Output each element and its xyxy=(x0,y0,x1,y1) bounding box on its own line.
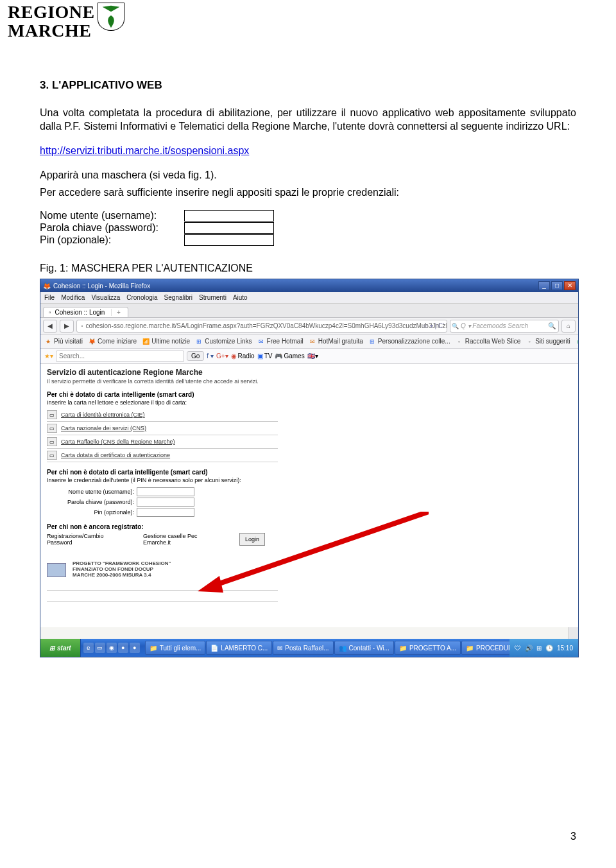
tv-chip[interactable]: ▣TV xyxy=(257,352,273,360)
divider xyxy=(47,601,278,602)
address-bar: ◀ ▶ ▫ cohesion-sso.regione.marche.it/SA/… xyxy=(40,318,578,334)
card-item[interactable]: ▭Carta dotata di certificato di autentic… xyxy=(47,449,278,462)
web-page: Servizio di autenticazione Regione March… xyxy=(40,364,578,627)
taskbar-item[interactable]: 📁PROCEDURA ... xyxy=(461,641,509,655)
region-crest-icon xyxy=(98,3,124,31)
taskbar-items: 📁Tutti gli elem... 📄LAMBERTO C... ✉Posta… xyxy=(142,639,509,657)
bm-free-hotmail[interactable]: ✉Free Hotmail xyxy=(257,338,304,345)
bm-siti[interactable]: ▫Siti suggeriti xyxy=(526,338,570,345)
windows-icon: ⊞ xyxy=(49,645,55,652)
search-field[interactable]: Q ▾ Facemoods Search 🔍 xyxy=(450,320,559,333)
url-field[interactable]: ▫ cohesion-sso.regione.marche.it/SA/Logi… xyxy=(76,320,447,333)
toolbar-search-input[interactable] xyxy=(56,351,184,362)
menu-file[interactable]: File xyxy=(44,294,55,301)
field-label-pin: Pin (opzionale): xyxy=(47,509,134,516)
back-button[interactable]: ◀ xyxy=(43,320,57,333)
mail-icon: ✉ xyxy=(257,338,265,345)
go-button[interactable]: Go xyxy=(187,351,204,361)
star-icon[interactable]: ★▾ xyxy=(44,352,53,360)
bm-getting-started[interactable]: 🦊Come iniziare xyxy=(88,338,137,345)
cred-label-password: Parola chiave (password): xyxy=(40,222,184,234)
header-title: REGIONE MARCHE xyxy=(8,3,95,40)
tv-icon: ▣ xyxy=(257,352,263,360)
login-form: Nome utente (username): Parola chiave (p… xyxy=(47,487,572,517)
games-chip[interactable]: 🎮Games xyxy=(275,352,304,360)
card-icon: ▭ xyxy=(47,424,57,433)
bm-hotmail[interactable]: ✉HotMail gratuita xyxy=(309,338,363,345)
home-button[interactable]: ⌂ xyxy=(561,320,576,333)
bm-winmedia[interactable]: ◉Windows Media xyxy=(576,338,579,345)
new-tab-button[interactable]: + xyxy=(111,309,123,316)
pec-link[interactable]: Gestione caselle Pec Emarche.it xyxy=(143,533,214,546)
games-icon: 🎮 xyxy=(275,352,282,360)
document-header: REGIONE MARCHE xyxy=(0,0,616,40)
reg-link[interactable]: Registrazione/Cambio Password xyxy=(47,533,117,546)
tray-icon[interactable]: 🛡 xyxy=(515,645,521,652)
taskbar-item[interactable]: ✉Posta Raffael... xyxy=(273,641,333,655)
search-go-icon[interactable]: 🔍 xyxy=(548,322,556,329)
header-line2: MARCHE xyxy=(8,21,95,40)
tray-clock: 15:10 xyxy=(557,645,573,652)
service-url-link[interactable]: http://servizi.tributi.marche.it/sospens… xyxy=(40,145,249,156)
win-icon: ⊞ xyxy=(368,338,376,345)
taskbar-item[interactable]: 📁PROGETTO A... xyxy=(395,641,461,655)
bm-customize[interactable]: ⊞Customize Links xyxy=(195,338,252,345)
field-label-pass: Parola chiave (password): xyxy=(47,499,134,505)
ql-ie-icon[interactable]: e xyxy=(83,643,94,653)
menu-history[interactable]: Cronologia xyxy=(126,294,157,301)
flag-chip[interactable]: 🇬🇧▾ xyxy=(307,352,318,360)
ql-app-icon[interactable]: ● xyxy=(130,643,140,653)
tab-strip: ▫ Cohesion :: Login + xyxy=(40,304,578,318)
taskbar-item[interactable]: 📁Tutti gli elem... xyxy=(145,641,206,655)
card-item[interactable]: ▭Carta nazionale dei servizi (CNS) xyxy=(47,422,278,435)
ql-media-icon[interactable]: ◉ xyxy=(107,643,117,653)
system-tray: 🛡 🔊 ⊞ 🕓 15:10 xyxy=(509,639,578,657)
cred-box-username xyxy=(184,210,274,221)
fb-icon[interactable]: f ▾ xyxy=(207,352,214,360)
menu-edit[interactable]: Modifica xyxy=(61,294,85,301)
gplus-icon[interactable]: G+▾ xyxy=(216,352,228,360)
card-icon: ▭ xyxy=(47,451,57,460)
menu-view[interactable]: Visualizza xyxy=(91,294,120,301)
ql-app-icon[interactable]: ● xyxy=(118,643,128,653)
start-button[interactable]: ⊞ start xyxy=(40,639,81,657)
cred-label-pin: Pin (opzionale): xyxy=(40,234,184,246)
minimize-button[interactable]: _ xyxy=(538,281,550,290)
cred-box-pin xyxy=(184,234,274,246)
tray-icon[interactable]: 🔊 xyxy=(525,645,533,652)
taskbar-item[interactable]: 📄LAMBERTO C... xyxy=(206,641,272,655)
bm-most-visited[interactable]: ★Più visitati xyxy=(44,338,83,345)
forward-button[interactable]: ▶ xyxy=(60,320,74,333)
pin-input[interactable] xyxy=(137,508,194,517)
close-button[interactable]: ✕ xyxy=(564,281,576,290)
bm-latest-news[interactable]: 📶Ultime notizie xyxy=(142,338,190,345)
taskbar-item[interactable]: 👥Contatti - Wi... xyxy=(334,641,394,655)
tray-icon[interactable]: 🕓 xyxy=(545,645,553,652)
radio-chip[interactable]: ◉Radio xyxy=(231,352,255,360)
windows-taskbar: ⊞ start e ▭ ◉ ● ● 📁Tutti gli elem... 📄LA… xyxy=(40,639,578,657)
figure-caption: Fig. 1: MASCHERA PER L'AUTENTICAZIONE xyxy=(40,261,576,275)
tray-icon[interactable]: ⊞ xyxy=(536,645,542,652)
page-icon: ▫ xyxy=(456,338,463,345)
card-item[interactable]: ▭Carta Raffaello (CNS della Regione Marc… xyxy=(47,435,278,449)
maximize-button[interactable]: □ xyxy=(551,281,563,290)
menu-tools[interactable]: Strumenti xyxy=(199,294,227,301)
login-button[interactable]: Login xyxy=(239,533,265,546)
menu-bookmarks[interactable]: Segnalibri xyxy=(164,294,193,301)
bm-pers[interactable]: ⊞Personalizzazione colle... xyxy=(368,338,450,345)
url-actions[interactable]: ☆ ▾ | C' xyxy=(422,322,444,329)
mail-icon: ✉ xyxy=(309,338,316,345)
password-input[interactable] xyxy=(137,498,194,507)
window-title: Cohesion :: Login - Mozilla Firefox xyxy=(53,282,150,290)
card-item[interactable]: ▭Carta di identità elettronica (CIE) xyxy=(47,408,278,422)
username-input[interactable] xyxy=(137,487,194,496)
folder-icon: 📁 xyxy=(466,645,474,652)
menu-help[interactable]: Aiuto xyxy=(233,294,248,301)
browser-tab[interactable]: ▫ Cohesion :: Login + xyxy=(43,307,128,317)
section-no-smartcard: Per chi non è dotato di carta intelligen… xyxy=(47,469,239,476)
bm-webslice[interactable]: ▫Raccolta Web Slice xyxy=(456,338,521,345)
document-body: 3. L'APPLICATIVO WEB Una volta completat… xyxy=(0,40,616,658)
toolbar-secondary: ★▾ Go f ▾ G+▾ ◉Radio ▣TV 🎮Games 🇬🇧▾ xyxy=(40,349,578,364)
window-titlebar: 🦊 Cohesion :: Login - Mozilla Firefox _ … xyxy=(40,279,578,292)
ql-desktop-icon[interactable]: ▭ xyxy=(95,643,105,653)
